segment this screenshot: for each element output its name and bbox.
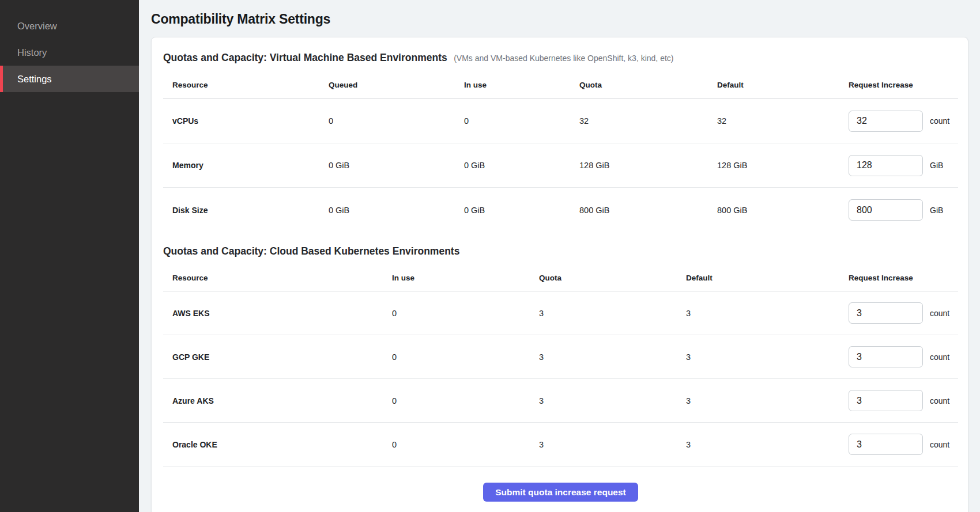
cell-default: 3: [686, 352, 849, 362]
table-row-disk-size: Disk Size 0 GiB 0 GiB 800 GiB 800 GiB Gi…: [163, 188, 958, 232]
cell-default: 3: [686, 396, 849, 405]
quota-settings-card: Quotas and Capacity: Virtual Machine Bas…: [151, 37, 968, 512]
column-header-default: Default: [717, 81, 849, 89]
unit-label: count: [930, 352, 949, 362]
cell-resource: vCPUs: [172, 116, 329, 126]
cell-request-increase: GiB: [849, 199, 958, 221]
cloud-section-title: Quotas and Capacity: Cloud Based Kuberne…: [163, 245, 459, 257]
submit-row: Submit quota increase request: [163, 467, 958, 511]
cell-quota: 3: [539, 396, 686, 405]
sidebar-item-history[interactable]: History: [0, 39, 139, 66]
cell-resource: Oracle OKE: [172, 440, 392, 449]
unit-label: count: [930, 440, 949, 449]
cell-resource: Disk Size: [172, 206, 329, 215]
table-row-gcp-gke: GCP GKE 0 3 3 count: [163, 335, 958, 379]
cell-in-use: 0: [392, 352, 539, 362]
unit-label: GiB: [930, 161, 943, 170]
vm-table-header-row: Resource Queued In use Quota Default Req…: [163, 71, 958, 99]
column-header-queued: Queued: [329, 81, 464, 89]
vm-section-header: Quotas and Capacity: Virtual Machine Bas…: [163, 51, 958, 65]
oracle-oke-request-input[interactable]: [849, 434, 923, 455]
table-row-vcpus: vCPUs 0 0 32 32 count: [163, 99, 958, 143]
cell-default: 3: [686, 440, 849, 449]
cell-queued: 0 GiB: [329, 206, 464, 215]
cell-queued: 0 GiB: [329, 161, 464, 170]
column-header-resource: Resource: [172, 274, 392, 282]
table-row-aws-eks: AWS EKS 0 3 3 count: [163, 291, 958, 335]
cell-in-use: 0 GiB: [464, 161, 579, 170]
cell-quota: 800 GiB: [579, 206, 717, 215]
cell-in-use: 0: [392, 440, 539, 449]
cell-default: 128 GiB: [717, 161, 849, 170]
vcpus-request-input[interactable]: [849, 111, 923, 132]
cell-quota: 128 GiB: [579, 161, 717, 170]
azure-aks-request-input[interactable]: [849, 390, 923, 411]
memory-request-input[interactable]: [849, 155, 923, 176]
column-header-default: Default: [686, 274, 849, 282]
column-header-request-increase: Request Increase: [849, 81, 958, 89]
aws-eks-request-input[interactable]: [849, 302, 923, 324]
cell-request-increase: count: [849, 302, 958, 324]
column-header-resource: Resource: [172, 81, 329, 89]
sidebar: Overview History Settings: [0, 0, 139, 512]
column-header-in-use: In use: [464, 81, 579, 89]
cell-resource: Memory: [172, 161, 329, 170]
cell-in-use: 0: [464, 116, 579, 126]
cloud-quota-table: Resource In use Quota Default Request In…: [163, 265, 958, 467]
main-content: Compatibility Matrix Settings Quotas and…: [139, 0, 980, 512]
cell-quota: 3: [539, 352, 686, 362]
cloud-section-header: Quotas and Capacity: Cloud Based Kuberne…: [163, 245, 958, 258]
column-header-in-use: In use: [392, 274, 539, 282]
cell-request-increase: count: [849, 434, 958, 455]
column-header-quota: Quota: [579, 81, 717, 89]
table-row-oracle-oke: Oracle OKE 0 3 3 count: [163, 423, 958, 467]
vm-quota-table: Resource Queued In use Quota Default Req…: [163, 71, 958, 232]
page-title: Compatibility Matrix Settings: [151, 12, 968, 27]
sidebar-nav: Overview History Settings: [0, 13, 139, 92]
cell-in-use: 0: [392, 309, 539, 318]
cell-request-increase: count: [849, 346, 958, 367]
cell-quota: 32: [579, 116, 717, 126]
cell-quota: 3: [539, 309, 686, 318]
cell-quota: 3: [539, 440, 686, 449]
vm-section-subtitle: (VMs and VM-based Kubernetes like OpenSh…: [454, 54, 673, 63]
cell-request-increase: GiB: [849, 155, 958, 176]
unit-label: count: [930, 309, 949, 318]
cell-resource: GCP GKE: [172, 352, 392, 362]
unit-label: count: [930, 116, 949, 126]
cell-resource: Azure AKS: [172, 396, 392, 405]
unit-label: count: [930, 396, 949, 405]
column-header-quota: Quota: [539, 274, 686, 282]
cell-default: 800 GiB: [717, 206, 849, 215]
cloud-table-header-row: Resource In use Quota Default Request In…: [163, 265, 958, 291]
submit-quota-increase-button[interactable]: Submit quota increase request: [483, 483, 638, 502]
cell-in-use: 0: [392, 396, 539, 405]
cell-resource: AWS EKS: [172, 309, 392, 318]
table-row-azure-aks: Azure AKS 0 3 3 count: [163, 379, 958, 423]
sidebar-item-overview[interactable]: Overview: [0, 13, 139, 39]
cell-default: 32: [717, 116, 849, 126]
table-row-memory: Memory 0 GiB 0 GiB 128 GiB 128 GiB GiB: [163, 143, 958, 188]
column-header-request-increase: Request Increase: [849, 274, 958, 282]
sidebar-item-settings[interactable]: Settings: [0, 66, 139, 92]
unit-label: GiB: [930, 206, 943, 215]
cell-in-use: 0 GiB: [464, 206, 579, 215]
vm-section-title: Quotas and Capacity: Virtual Machine Bas…: [163, 52, 447, 63]
gcp-gke-request-input[interactable]: [849, 346, 923, 367]
disk-size-request-input[interactable]: [849, 199, 923, 221]
cell-request-increase: count: [849, 390, 958, 411]
cell-request-increase: count: [849, 111, 958, 132]
cell-default: 3: [686, 309, 849, 318]
cell-queued: 0: [329, 116, 464, 126]
